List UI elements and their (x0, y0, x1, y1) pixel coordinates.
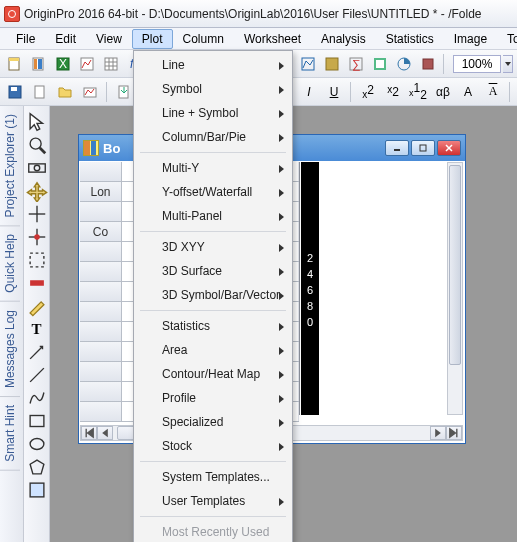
vtab-project-explorer-1-[interactable]: Project Explorer (1) (0, 106, 20, 226)
row-header[interactable] (80, 382, 122, 401)
tb-icon-c[interactable] (297, 53, 319, 75)
text-tool[interactable]: T (26, 318, 48, 340)
menu-item-column-bar-pie[interactable]: Column/Bar/Pie (134, 125, 292, 149)
new-workbook-button[interactable] (28, 53, 50, 75)
row-header[interactable] (80, 402, 122, 421)
menu-column[interactable]: Column (173, 29, 234, 49)
italic-button[interactable]: I (298, 81, 320, 103)
vtab-quick-help[interactable]: Quick Help (0, 226, 20, 302)
pan-tool[interactable] (26, 180, 48, 202)
menu-view[interactable]: View (86, 29, 132, 49)
oval-tool[interactable] (26, 433, 48, 455)
region-tool[interactable] (26, 479, 48, 501)
reader-tool[interactable] (26, 203, 48, 225)
menu-item-line[interactable]: Line (134, 53, 292, 77)
maximize-button[interactable] (411, 140, 435, 156)
menu-item-line-symbol[interactable]: Line + Symbol (134, 101, 292, 125)
menu-edit[interactable]: Edit (45, 29, 86, 49)
svg-point-38 (30, 138, 41, 149)
underline-button[interactable]: U (323, 81, 345, 103)
menu-tools[interactable]: Tools (497, 29, 517, 49)
new-excel-button[interactable]: X (52, 53, 74, 75)
row-header[interactable] (80, 362, 122, 381)
menu-item-3d-symbol-bar-vector[interactable]: 3D Symbol/Bar/Vector (134, 283, 292, 307)
scroll-left-icon[interactable] (97, 426, 113, 440)
menu-statistics[interactable]: Statistics (376, 29, 444, 49)
curve-tool[interactable] (26, 387, 48, 409)
tb-icon-f[interactable] (369, 53, 391, 75)
line-tool[interactable] (26, 364, 48, 386)
menu-item-specialized[interactable]: Specialized (134, 410, 292, 434)
selection-tool[interactable] (26, 249, 48, 271)
svg-rect-1 (9, 58, 19, 61)
save-button[interactable] (4, 81, 26, 103)
menu-item-symbol[interactable]: Symbol (134, 77, 292, 101)
menu-item-contour-heat-map[interactable]: Contour/Heat Map (134, 362, 292, 386)
scroll-right-icon[interactable] (430, 426, 446, 440)
import-button[interactable] (113, 81, 135, 103)
row-header[interactable]: Lon (80, 182, 122, 201)
vtab-smart-hint[interactable]: Smart Hint (0, 397, 20, 471)
menu-file[interactable]: File (6, 29, 45, 49)
menu-worksheet[interactable]: Worksheet (234, 29, 311, 49)
menu-item-multi-y[interactable]: Multi-Y (134, 156, 292, 180)
vtab-messages-log[interactable]: Messages Log (0, 302, 20, 397)
greek-button[interactable]: αβ (432, 81, 454, 103)
axis-labels: 24680 (301, 162, 319, 415)
menu-plot[interactable]: Plot (132, 29, 173, 49)
scrollbar-vertical[interactable] (447, 162, 463, 415)
zoom-tool[interactable] (26, 134, 48, 156)
draw-tool[interactable] (26, 295, 48, 317)
row-header[interactable] (80, 302, 122, 321)
zoomrange-tool[interactable] (26, 157, 48, 179)
menu-item-profile[interactable]: Profile (134, 386, 292, 410)
submenu-arrow-icon (279, 189, 284, 197)
new-graph-button[interactable] (76, 53, 98, 75)
tb-icon-e[interactable]: ∑ (345, 53, 367, 75)
menu-item-multi-panel[interactable]: Multi-Panel (134, 204, 292, 228)
menu-item-3d-xyy[interactable]: 3D XYY (134, 235, 292, 259)
new-button[interactable] (29, 81, 51, 103)
subscript-button[interactable]: x2 (382, 81, 404, 103)
supsub-button[interactable]: x12 (407, 81, 429, 103)
mask-tool[interactable] (26, 272, 48, 294)
menu-item-stock[interactable]: Stock (134, 434, 292, 458)
row-header[interactable]: Co (80, 222, 122, 241)
menu-item-system-templates-[interactable]: System Templates... (134, 465, 292, 489)
superscript-button[interactable]: x2 (357, 81, 379, 103)
row-header[interactable] (80, 202, 122, 221)
zoom-dropdown[interactable] (503, 55, 513, 73)
tb-icon-g[interactable] (393, 53, 415, 75)
tb-icon-d[interactable] (321, 53, 343, 75)
scroll-last-icon[interactable] (446, 426, 462, 440)
close-button[interactable] (437, 140, 461, 156)
menu-item-y-offset-waterfall[interactable]: Y-offset/Waterfall (134, 180, 292, 204)
arrow-tool[interactable] (26, 341, 48, 363)
row-header[interactable] (80, 322, 122, 341)
menu-item-statistics[interactable]: Statistics (134, 314, 292, 338)
row-header[interactable] (80, 262, 122, 281)
menu-item-area[interactable]: Area (134, 338, 292, 362)
row-header[interactable] (80, 162, 122, 181)
font-increase-button[interactable]: A (457, 81, 479, 103)
new-matrix-button[interactable] (100, 53, 122, 75)
pointer-tool[interactable] (26, 111, 48, 133)
new-project-button[interactable] (4, 53, 26, 75)
row-header[interactable] (80, 342, 122, 361)
scroll-first-icon[interactable] (81, 426, 97, 440)
menu-image[interactable]: Image (444, 29, 497, 49)
datareader-tool[interactable] (26, 226, 48, 248)
open-template-button[interactable] (79, 81, 101, 103)
minimize-button[interactable] (385, 140, 409, 156)
rect-tool[interactable] (26, 410, 48, 432)
overbar-button[interactable]: A (482, 81, 504, 103)
tb-icon-h[interactable] (417, 53, 439, 75)
menu-item-3d-surface[interactable]: 3D Surface (134, 259, 292, 283)
menu-item-user-templates[interactable]: User Templates (134, 489, 292, 513)
row-header[interactable] (80, 242, 122, 261)
menu-analysis[interactable]: Analysis (311, 29, 376, 49)
poly-tool[interactable] (26, 456, 48, 478)
folder-button[interactable] (54, 81, 76, 103)
zoom-combo[interactable]: 100% (453, 55, 501, 73)
row-header[interactable] (80, 282, 122, 301)
